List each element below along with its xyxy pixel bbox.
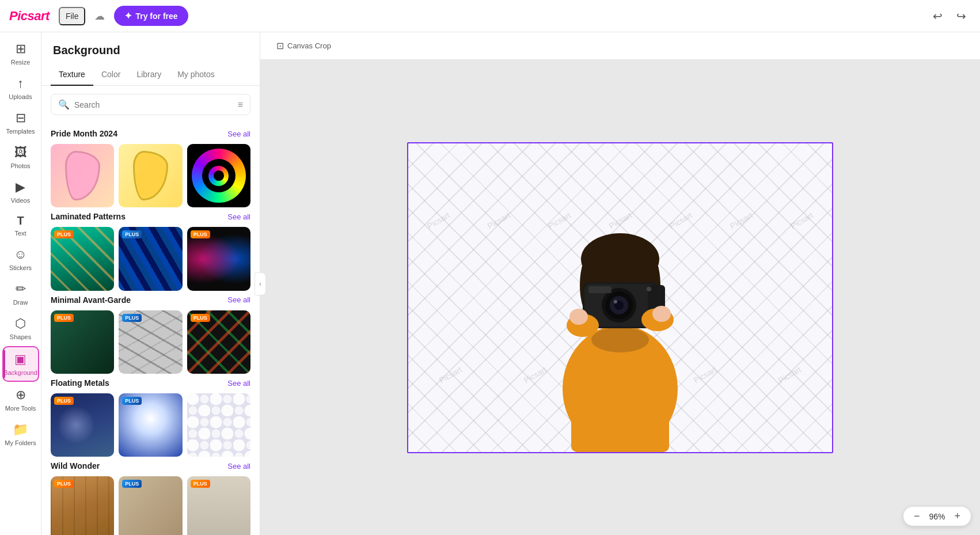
sidebar-item-videos-label: Videos bbox=[11, 197, 30, 204]
sidebar-item-resize[interactable]: ⊞ Resize bbox=[2, 37, 39, 70]
texture-float-1[interactable]: PLUS bbox=[51, 393, 114, 457]
plus-badge-wild3: PLUS bbox=[191, 480, 210, 488]
sidebar-item-photos-label: Photos bbox=[10, 162, 30, 169]
sidebar-item-stickers[interactable]: ☺ Stickers bbox=[2, 242, 39, 276]
panel-collapse-handle[interactable]: ‹ bbox=[255, 272, 266, 295]
sidebar-item-uploads-label: Uploads bbox=[9, 93, 32, 100]
sidebar-item-templates[interactable]: ⊟ Templates bbox=[2, 106, 39, 139]
texture-pride-2[interactable] bbox=[119, 144, 182, 207]
star-icon: ✦ bbox=[124, 10, 132, 21]
sidebar-item-shapes[interactable]: ⬡ Shapes bbox=[2, 312, 39, 345]
panel-wrapper: Background Texture Color Library My phot… bbox=[41, 32, 260, 535]
try-btn-label: Try for free bbox=[135, 12, 177, 21]
minimal-grid: PLUS PLUS PLUS bbox=[51, 310, 250, 374]
logo-text: Picsart bbox=[9, 9, 50, 24]
crop-icon: ⊡ bbox=[276, 40, 284, 51]
canvas-area: ⊡ Canvas Crop Picsart Picsart Picsart Pi… bbox=[260, 32, 980, 535]
sidebar-item-draw[interactable]: ✏ Draw bbox=[2, 277, 39, 310]
left-sidebar: ⊞ Resize ↑ Uploads ⊟ Templates 🖼 Photos … bbox=[0, 32, 41, 535]
see-all-laminated[interactable]: See all bbox=[227, 213, 250, 221]
canvas-crop-label: Canvas Crop bbox=[287, 41, 331, 50]
plus-badge-lam3: PLUS bbox=[191, 230, 210, 238]
pride-grid bbox=[51, 144, 250, 207]
tab-texture[interactable]: Texture bbox=[51, 64, 93, 86]
canvas-image-container: Picsart Picsart Picsart Picsart Picsart … bbox=[408, 143, 832, 452]
texture-pride-1[interactable] bbox=[51, 144, 114, 207]
floating-grid: PLUS PLUS bbox=[51, 393, 250, 457]
text-icon: T bbox=[17, 214, 24, 227]
plus-badge-min1: PLUS bbox=[54, 314, 74, 322]
redo-button[interactable]: ↪ bbox=[952, 7, 971, 25]
topbar-right: ↩ ↪ bbox=[928, 7, 971, 25]
section-title-floating: Floating Metals bbox=[51, 378, 109, 388]
active-indicator bbox=[3, 350, 5, 378]
section-title-pride: Pride Month 2024 bbox=[51, 129, 117, 138]
svg-rect-21 bbox=[571, 366, 669, 452]
zoom-value: 96% bbox=[926, 512, 947, 521]
my-folders-icon: 📁 bbox=[13, 422, 28, 437]
texture-wild-2[interactable]: PLUS bbox=[119, 476, 182, 535]
sidebar-item-videos[interactable]: ▶ Videos bbox=[2, 175, 39, 208]
svg-point-19 bbox=[569, 309, 588, 325]
section-title-minimal: Minimal Avant-Garde bbox=[51, 295, 131, 305]
plus-badge-min3: PLUS bbox=[191, 314, 210, 322]
undo-button[interactable]: ↩ bbox=[928, 7, 947, 25]
zoom-out-button[interactable]: − bbox=[911, 510, 922, 522]
draw-icon: ✏ bbox=[16, 282, 26, 297]
texture-wild-3[interactable]: PLUS bbox=[187, 476, 250, 535]
texture-float-3[interactable] bbox=[187, 393, 250, 457]
canvas-crop-button[interactable]: ⊡ Canvas Crop bbox=[269, 37, 338, 55]
sidebar-item-more-tools[interactable]: ⊕ More Tools bbox=[2, 383, 39, 416]
zoom-in-button[interactable]: + bbox=[952, 510, 963, 522]
templates-icon: ⊟ bbox=[16, 111, 26, 126]
canvas-viewport[interactable]: Picsart Picsart Picsart Picsart Picsart … bbox=[260, 60, 980, 535]
stickers-icon: ☺ bbox=[14, 247, 26, 262]
texture-pride-3[interactable] bbox=[187, 144, 250, 207]
tab-color[interactable]: Color bbox=[93, 64, 128, 86]
texture-wild-1[interactable]: PLUS bbox=[51, 476, 114, 535]
main-layout: ⊞ Resize ↑ Uploads ⊟ Templates 🖼 Photos … bbox=[0, 32, 980, 535]
texture-min-1[interactable]: PLUS bbox=[51, 310, 114, 374]
tab-my-photos[interactable]: My photos bbox=[169, 64, 223, 86]
section-header-floating: Floating Metals See all bbox=[51, 378, 250, 388]
zoom-bar: − 96% + bbox=[903, 507, 971, 526]
texture-lam-3[interactable]: PLUS bbox=[187, 227, 250, 290]
filter-icon[interactable]: ≡ bbox=[238, 100, 243, 110]
texture-float-2[interactable]: PLUS bbox=[119, 393, 182, 457]
panel-tabs: Texture Color Library My photos bbox=[41, 64, 260, 86]
section-header-wild: Wild Wonder See all bbox=[51, 461, 250, 471]
try-for-free-button[interactable]: ✦ Try for free bbox=[114, 6, 188, 26]
search-input[interactable] bbox=[74, 100, 233, 109]
topbar: Picsart File ☁ ✦ Try for free ↩ ↪ bbox=[0, 0, 980, 32]
more-tools-icon: ⊕ bbox=[16, 388, 26, 403]
uploads-icon: ↑ bbox=[17, 76, 24, 91]
sidebar-item-resize-label: Resize bbox=[11, 59, 31, 66]
sidebar-item-stickers-label: Stickers bbox=[9, 264, 32, 271]
sidebar-item-photos[interactable]: 🖼 Photos bbox=[2, 141, 39, 174]
sidebar-item-more-tools-label: More Tools bbox=[5, 405, 36, 412]
search-bar: 🔍 ≡ bbox=[51, 94, 250, 115]
plus-badge-float2: PLUS bbox=[122, 397, 142, 405]
texture-min-3[interactable]: PLUS bbox=[187, 310, 250, 374]
section-header-laminated: Laminated Patterns See all bbox=[51, 212, 250, 221]
sidebar-item-text[interactable]: T Text bbox=[2, 210, 39, 241]
file-menu-button[interactable]: File bbox=[59, 7, 86, 25]
plus-badge-float1: PLUS bbox=[54, 397, 74, 405]
texture-lam-2[interactable]: PLUS bbox=[119, 227, 182, 290]
plus-badge-wild1: PLUS bbox=[54, 480, 74, 488]
see-all-minimal[interactable]: See all bbox=[227, 295, 250, 304]
sidebar-item-my-folders[interactable]: 📁 My Folders bbox=[2, 418, 39, 451]
svg-rect-15 bbox=[588, 286, 611, 293]
see-all-wild[interactable]: See all bbox=[227, 462, 250, 471]
sidebar-item-shapes-label: Shapes bbox=[10, 333, 31, 340]
sidebar-item-uploads[interactable]: ↑ Uploads bbox=[2, 71, 39, 105]
search-icon: 🔍 bbox=[58, 99, 70, 110]
wild-grid: PLUS PLUS PLUS bbox=[51, 476, 250, 535]
see-all-pride[interactable]: See all bbox=[227, 130, 250, 138]
resize-icon: ⊞ bbox=[16, 41, 26, 56]
texture-lam-1[interactable]: PLUS bbox=[51, 227, 114, 290]
sidebar-item-background[interactable]: ▣ Background bbox=[2, 346, 39, 382]
see-all-floating[interactable]: See all bbox=[227, 379, 250, 388]
tab-library[interactable]: Library bbox=[128, 64, 169, 86]
texture-min-2[interactable]: PLUS bbox=[119, 310, 182, 374]
